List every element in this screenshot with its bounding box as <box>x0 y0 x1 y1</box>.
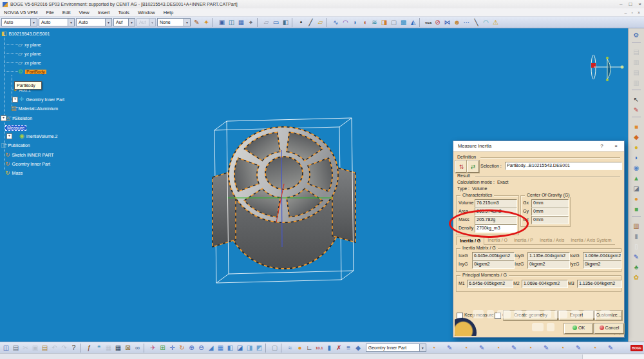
pan-icon[interactable]: ✛ <box>167 343 177 353</box>
select-cursor-icon[interactable]: ↖ <box>632 95 641 104</box>
dialog-close-button[interactable]: × <box>612 142 620 150</box>
maximize-button[interactable]: □ <box>629 0 632 8</box>
cylinder-icon[interactable]: ▮ <box>632 231 641 241</box>
magic-wand-icon[interactable]: ✦ <box>202 17 211 27</box>
menu-edit[interactable]: Edit <box>62 10 71 15</box>
point-icon[interactable]: • <box>296 17 306 27</box>
auto-dropdown-2[interactable]: Auto▼ <box>39 18 75 26</box>
spiral-icon[interactable]: ≈ <box>285 343 295 353</box>
auf-dropdown-1[interactable]: Auf▼ <box>113 18 135 26</box>
menu-insert[interactable]: Insert <box>98 10 110 15</box>
tab-inertia-p[interactable]: Inertia / P <box>511 237 536 245</box>
settings-gear-icon[interactable]: ⚙ <box>632 30 641 40</box>
only-main-bodies-checkbox[interactable] <box>495 313 501 319</box>
help-icon[interactable]: ? <box>69 343 79 353</box>
tab-inertia-g[interactable]: Inertia / G <box>456 237 484 245</box>
tree-item-geomtry-inner-part[interactable]: ✛ Geomtry Inner Part <box>19 95 64 103</box>
shading-icon[interactable]: ◪ <box>235 343 245 353</box>
redo-icon[interactable]: ↷ <box>59 343 69 353</box>
kinematics-icon[interactable]: ✗ <box>334 343 344 353</box>
offset-surface-icon[interactable]: ◨ <box>379 17 389 27</box>
tab-inertia-axis-system[interactable]: Inertia / Axis System <box>567 237 614 245</box>
publication-dropdown[interactable]: Geomtry Inner Part▼ <box>366 344 426 352</box>
tab-inertia-o[interactable]: Inertia / O <box>484 237 511 245</box>
tree-item-yz-plane[interactable]: ▱ yz plane <box>18 50 41 57</box>
surface-icon[interactable]: ◗ <box>350 17 360 27</box>
cancel-button[interactable]: Cancel <box>594 324 624 334</box>
link-manager-icon[interactable]: ▣ <box>217 17 227 27</box>
tree-item-skeleton[interactable]: ◬ #Skeleton <box>6 114 32 122</box>
increment-icon[interactable]: 10.1 <box>314 343 325 353</box>
doc-close-button[interactable]: × <box>638 10 640 15</box>
lock-icon[interactable]: ⊠ <box>123 343 133 353</box>
pocket-icon[interactable]: ◆ <box>632 132 641 142</box>
dialog-help-button[interactable]: ? <box>598 142 606 150</box>
doc-minimize-button[interactable]: – <box>625 10 627 15</box>
tree-item-measure[interactable]: Measure <box>5 124 26 131</box>
macro-icon[interactable]: ▦ <box>104 343 113 353</box>
tree-item-sketch-inner-part[interactable]: ↻ Sketch INNER PART <box>5 151 54 159</box>
grid-icon[interactable]: ▦ <box>236 17 246 27</box>
pen-icon[interactable]: ✎ <box>632 252 641 262</box>
density-field[interactable]: 2700kg_m3 <box>475 224 517 233</box>
arc-icon[interactable]: ◠ <box>341 17 350 27</box>
axis-system-icon[interactable]: ∟ <box>305 343 314 353</box>
line-icon[interactable]: ╱ <box>306 17 316 27</box>
calculator-icon[interactable]: ▦ <box>113 343 123 353</box>
expand-toggle[interactable]: + <box>1 115 6 121</box>
block-icon[interactable]: ■ <box>632 204 641 214</box>
hole-icon[interactable]: ◉ <box>632 163 641 173</box>
auto-dropdown-1[interactable]: Auto▼ <box>1 18 37 26</box>
project-icon[interactable]: ◭ <box>408 17 418 27</box>
paste-icon[interactable]: ▤ <box>40 343 50 353</box>
sheet-icon[interactable]: ▯ <box>632 242 641 251</box>
boolean-icon[interactable]: ◪ <box>632 184 641 193</box>
highlight-ball-icon[interactable]: ● <box>295 343 305 353</box>
paintbrush-icon[interactable]: ✎ <box>192 17 202 27</box>
expand-toggle[interactable]: + <box>6 133 12 139</box>
swap-space-icon[interactable]: ◩ <box>254 343 264 353</box>
copy-icon[interactable]: ▣ <box>30 343 40 353</box>
dialog-title-bar[interactable]: Measure Inertia ? × <box>453 141 624 151</box>
view-compass[interactable] <box>591 55 624 81</box>
view-mode-icon[interactable]: ◧ <box>281 17 290 27</box>
menu-file[interactable]: File <box>46 10 54 15</box>
spline-icon[interactable]: ∿ <box>331 17 341 27</box>
iso-view-icon[interactable]: ◧ <box>225 343 235 353</box>
material-book-icon[interactable]: ▥ <box>632 221 641 231</box>
save-icon[interactable]: ◫ <box>1 343 11 353</box>
catalog-icon[interactable]: ◔ <box>429 343 439 353</box>
menu-window[interactable]: Window <box>138 10 155 15</box>
flower-icon[interactable]: ✿ <box>632 273 641 282</box>
annotate-icon[interactable]: ✎ <box>574 343 583 353</box>
chain-icon[interactable]: ∞ <box>133 343 142 353</box>
export-button[interactable]: Export <box>559 311 594 320</box>
multi-section-icon[interactable]: ≋ <box>370 17 379 27</box>
catalog-icon[interactable]: ◔ <box>493 343 503 353</box>
normal-view-icon[interactable]: ◢ <box>206 343 216 353</box>
sphere-icon[interactable]: ● <box>632 194 641 204</box>
sketcher-icon[interactable]: ✎ <box>632 105 641 115</box>
plane-icon[interactable]: ▱ <box>316 17 325 27</box>
tree-root[interactable]: ◧ B10215543.DES001 <box>1 30 50 37</box>
tree-item-mass[interactable]: ↻ Mass <box>5 169 23 177</box>
arc-tool-icon[interactable]: ◠ <box>481 17 491 27</box>
tree-item-publication[interactable]: ◫ Publication <box>1 141 30 149</box>
message-icon[interactable]: ❝ <box>94 343 104 353</box>
sweep-icon[interactable]: ◖ <box>360 17 370 27</box>
auto-dropdown-3[interactable]: Auto▼ <box>76 18 112 26</box>
patch-icon[interactable]: ▩ <box>399 17 408 27</box>
warning-icon[interactable]: ⚠ <box>491 17 500 27</box>
pad-icon[interactable]: ■ <box>632 122 641 131</box>
menu-help[interactable]: Help <box>164 10 173 15</box>
annotate-icon[interactable]: ✎ <box>606 343 616 353</box>
customize-button[interactable]: Customize... <box>595 311 622 320</box>
export-mode-button[interactable]: ⇄ <box>467 160 479 173</box>
tree-item-partbody[interactable]: ⚙ PartBody <box>18 68 46 75</box>
stack-icon[interactable]: ▮ <box>325 343 334 353</box>
catalog-browser-icon[interactable]: ◫ <box>227 17 236 27</box>
fly-icon[interactable]: ✈ <box>148 343 158 353</box>
auf-dropdown-2[interactable]: Auf▼ <box>137 18 156 26</box>
union-trim-icon[interactable]: ▱ <box>261 17 271 27</box>
annotate-icon[interactable]: ✎ <box>477 343 487 353</box>
